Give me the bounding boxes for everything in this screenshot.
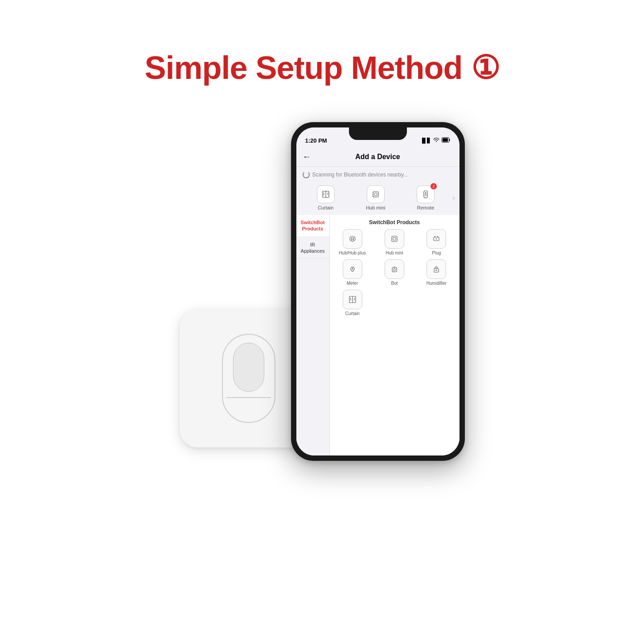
curtain-icon [321,190,330,199]
phone-main: SwitchBot Products IR Appliances SwitchB… [296,215,459,455]
phone-screen: 1:20 PM ▐▌▊ [296,127,459,455]
remote-icon-wrap: 2 [417,185,435,203]
quick-device-remote[interactable]: 2 Remote [401,183,451,213]
sidebar: SwitchBot Products IR Appliances [296,215,330,455]
product-hub[interactable]: Hub/Hub plus [333,229,372,256]
section-title: SwitchBot Products [333,219,456,226]
meter-label: Meter [347,281,358,286]
phone-container: 1:20 PM ▐▌▊ [291,122,465,461]
product-hub-mini[interactable]: Hub mini [375,229,414,256]
curtain-label: Curtain [318,205,333,210]
phone-notch [349,127,407,140]
curtain-grid-icon [348,295,357,304]
product-meter[interactable]: Meter [333,259,372,286]
status-icons: ▐▌▊ [420,137,451,144]
curtain-grid-label: Curtain [345,311,360,316]
svg-rect-11 [392,236,397,242]
plug-label: Plug [432,250,441,256]
device-line [226,397,271,398]
battery-icon [442,137,451,144]
humidifier-label: Humidifier [427,281,447,286]
sidebar-item-ir[interactable]: IR Appliances [296,237,329,259]
svg-rect-9 [425,196,427,196]
svg-rect-5 [374,193,377,196]
product-humidifier[interactable]: Humidifier [417,259,455,286]
bot-icon [390,265,399,274]
remote-badge: 2 [431,183,437,189]
plug-icon [432,234,441,243]
scanning-spinner [303,171,310,178]
wifi-icon [433,137,439,144]
svg-rect-4 [373,192,378,197]
svg-rect-22 [434,268,439,272]
remote-label: Remote [417,205,435,210]
quick-device-hubmini[interactable]: Hub mini [351,183,401,213]
product-grid-area: SwitchBot Products [330,215,459,455]
nav-title: Add a Device [355,153,400,161]
svg-rect-8 [425,194,427,195]
svg-rect-12 [393,238,396,240]
bot-label: Bot [391,281,398,286]
product-plug[interactable]: Plug [417,229,455,256]
humidifier-icon [432,265,441,274]
svg-point-24 [436,270,437,271]
status-time: 1:20 PM [305,137,327,144]
nav-bar: ← Add a Device [296,147,459,167]
bot-icon-box [385,259,404,279]
scanning-row: Scanning for Bluetooth devices nearby... [296,167,459,181]
device-button-oval [233,343,264,392]
quick-device-curtain[interactable]: Curtain [301,183,351,213]
humidifier-icon-box [427,259,446,279]
hub-mini-label: Hub mini [386,250,403,256]
hubmini-icon-wrap [367,185,385,203]
sidebar-item-switchbot[interactable]: SwitchBot Products [296,215,329,237]
hub-label: Hub/Hub plus [339,250,366,256]
hubmini-icon [371,190,380,199]
chevron-right-icon: › [452,194,455,202]
back-button[interactable]: ← [303,152,312,162]
svg-rect-1 [443,138,448,142]
phone-outer: 1:20 PM ▐▌▊ [291,122,465,461]
page-title: Simple Setup Method ① [144,49,499,86]
svg-point-7 [425,193,427,194]
signal-icon: ▐▌▊ [420,138,431,144]
plug-icon-box [427,229,446,249]
remote-icon [421,190,430,199]
quick-devices-row: Curtain Hub mini [296,181,459,215]
product-bot[interactable]: Bot [375,259,414,286]
svg-point-17 [352,268,353,270]
curtain-grid-icon-box [343,290,362,309]
svg-rect-20 [394,268,395,271]
curtain-icon-wrap [317,185,335,203]
content-area: 1:20 PM ▐▌▊ [180,122,465,461]
product-grid: Hub/Hub plus Hub mini [333,229,456,316]
meter-icon [348,265,357,274]
hubmini-label: Hub mini [366,205,385,210]
scanning-text: Scanning for Bluetooth devices nearby... [312,172,408,178]
product-curtain-grid[interactable]: Curtain [333,290,372,316]
device-button-area [222,334,275,423]
svg-point-16 [436,238,437,239]
hub-icon [348,234,357,243]
hub-mini-icon-box [385,229,404,249]
hub-icon-box [343,229,362,249]
meter-icon-box [343,259,362,279]
hub-mini-grid-icon [390,234,399,243]
